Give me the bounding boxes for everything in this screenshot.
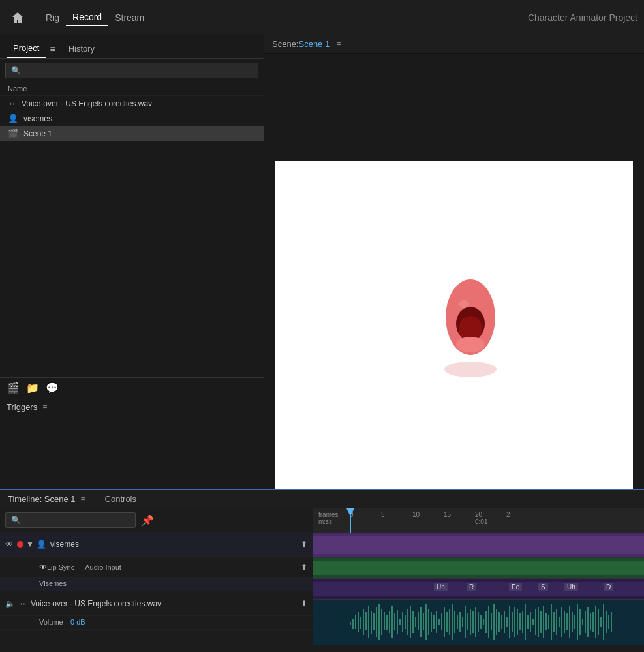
new-scene-icon[interactable]: 🎬 xyxy=(7,382,20,394)
svg-point-5 xyxy=(459,300,469,308)
svg-rect-76 xyxy=(532,619,534,625)
svg-rect-67 xyxy=(509,606,510,638)
voiceover-icon: ↔ xyxy=(8,99,16,108)
svg-rect-90 xyxy=(569,606,570,638)
scene-menu-icon[interactable]: ≡ xyxy=(336,40,341,49)
lipsync-eye-icon[interactable]: 👁 xyxy=(39,563,47,572)
visemes-person-icon: 👤 xyxy=(8,114,18,123)
scene-name[interactable]: Scene 1 xyxy=(298,39,330,49)
ruler-frame-5: 5 xyxy=(381,511,412,518)
scene-prefix: Scene: xyxy=(272,39,298,49)
timeline-track-lipsync: 👁 Lip Sync Audio Input ⬆ xyxy=(0,557,313,578)
ruler-frame-2: 2 xyxy=(506,511,538,518)
viseme-r: R xyxy=(467,583,476,591)
svg-rect-27 xyxy=(405,615,406,629)
tab-project[interactable]: Project xyxy=(7,39,46,58)
svg-rect-44 xyxy=(449,609,450,635)
svg-rect-8 xyxy=(355,615,356,629)
visemes-rec-dot[interactable] xyxy=(17,541,23,548)
project-item-scene1[interactable]: 🎬 Scene 1 xyxy=(0,126,264,141)
svg-rect-49 xyxy=(462,617,463,627)
visemes-expand-icon[interactable]: ▼ xyxy=(26,540,34,549)
canvas-white xyxy=(275,161,633,518)
svg-rect-28 xyxy=(407,609,408,635)
playhead-indicator[interactable] xyxy=(350,508,351,533)
svg-rect-79 xyxy=(540,611,542,633)
svg-rect-37 xyxy=(431,612,432,632)
svg-rect-25 xyxy=(399,619,401,625)
svg-rect-68 xyxy=(512,612,513,632)
svg-rect-47 xyxy=(457,615,458,629)
svg-rect-60 xyxy=(491,613,492,630)
viseme-ee: Ee xyxy=(509,583,522,591)
project-search-input[interactable] xyxy=(5,63,258,78)
svg-rect-71 xyxy=(519,613,521,630)
audio-arrow-icon: ↔ xyxy=(19,599,27,608)
triggers-section: Triggers ≡ xyxy=(0,398,264,416)
visemes-person-track-icon: 👤 xyxy=(37,540,46,549)
svg-rect-103 xyxy=(603,604,604,640)
lipsync-timeline-row xyxy=(313,558,644,579)
new-item-icon[interactable]: 💬 xyxy=(46,382,59,394)
svg-rect-63 xyxy=(498,612,500,632)
controls-tab[interactable]: Controls xyxy=(105,494,136,504)
svg-rect-17 xyxy=(378,604,380,640)
svg-rect-9 xyxy=(358,612,359,632)
svg-rect-74 xyxy=(527,615,529,629)
svg-rect-58 xyxy=(485,611,487,633)
nav-rig[interactable]: Rig xyxy=(39,10,66,25)
viseme-d: D xyxy=(604,583,613,591)
project-item-visemes[interactable]: 👤 visemes xyxy=(0,111,264,126)
svg-rect-16 xyxy=(376,607,377,637)
timeline-search-input[interactable] xyxy=(5,512,136,528)
visemes-track-bar xyxy=(313,536,644,554)
timeline-menu-icon[interactable]: ≡ xyxy=(81,495,85,504)
tab-history[interactable]: History xyxy=(62,40,101,57)
svg-rect-100 xyxy=(595,606,596,638)
svg-point-4 xyxy=(456,337,485,352)
svg-rect-62 xyxy=(496,609,497,635)
timeline-track-audio: 🔈 ↔ Voice-over - US Engels corecties.wav… xyxy=(0,591,313,616)
svg-rect-104 xyxy=(606,611,607,633)
triggers-menu-icon[interactable]: ≡ xyxy=(42,403,47,412)
new-folder-icon[interactable]: 📁 xyxy=(26,382,39,394)
svg-rect-22 xyxy=(391,606,393,638)
svg-rect-98 xyxy=(590,613,591,630)
audio-waveform xyxy=(350,600,644,645)
volume-label: Volume xyxy=(39,618,63,626)
ruler-label-mss: m:ss xyxy=(318,518,350,525)
scene1-icon: 🎬 xyxy=(8,129,18,138)
ruler-frame-20: 20 xyxy=(475,511,506,518)
project-item-voiceover[interactable]: ↔ Voice-over - US Engels corecties.wav xyxy=(0,96,264,111)
svg-rect-11 xyxy=(363,609,364,635)
nav-stream[interactable]: Stream xyxy=(108,10,151,25)
timeline-tracks-area: frames 0 5 10 15 20 2 m:ss 0:01 xyxy=(313,508,644,652)
svg-rect-51 xyxy=(467,613,468,630)
ruler-time-row: m:ss 0:01 xyxy=(318,518,639,525)
volume-value: 0 dB xyxy=(70,618,85,626)
svg-rect-53 xyxy=(472,611,474,633)
viseme-uh-2: Uh xyxy=(564,583,578,591)
lipsync-track-bar xyxy=(313,561,644,575)
project-menu-icon[interactable]: ≡ xyxy=(50,44,55,54)
nav-record[interactable]: Record xyxy=(66,9,108,26)
svg-rect-105 xyxy=(608,615,609,629)
visemes-upload-icon[interactable]: ⬆ xyxy=(301,540,307,549)
svg-rect-6 xyxy=(350,622,351,625)
svg-rect-14 xyxy=(371,611,372,634)
svg-rect-33 xyxy=(420,607,422,637)
audio-input-label: Audio Input xyxy=(85,563,121,571)
audio-upload-icon[interactable]: ⬆ xyxy=(301,599,307,608)
timeline-section: Timeline: Scene 1 ≡ Controls 📌 👁 ▼ 👤 vis… xyxy=(0,489,644,652)
visemes-eye-icon[interactable]: 👁 xyxy=(5,540,13,549)
svg-rect-83 xyxy=(551,604,552,640)
visemes-timeline-row xyxy=(313,533,644,558)
svg-rect-92 xyxy=(574,615,575,629)
svg-rect-91 xyxy=(572,612,573,632)
svg-rect-75 xyxy=(530,612,531,632)
pin-icon[interactable]: 📌 xyxy=(141,514,154,527)
svg-rect-93 xyxy=(577,604,578,640)
home-button[interactable] xyxy=(7,7,29,29)
visemes-label: visemes xyxy=(23,114,52,123)
lipsync-upload-icon[interactable]: ⬆ xyxy=(301,563,307,572)
